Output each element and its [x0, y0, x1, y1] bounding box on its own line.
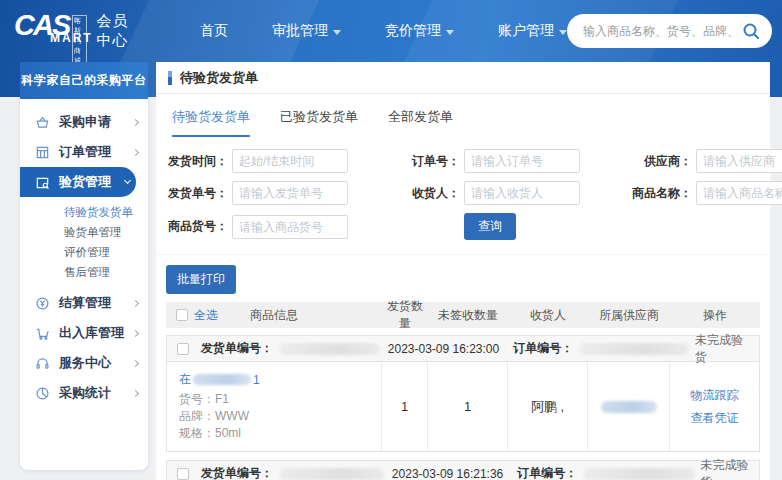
- inspection-icon: [35, 174, 51, 190]
- logistics-tracking-link[interactable]: 物流跟踪: [691, 387, 739, 404]
- logo-mark: CAS 喀斯玛商城 MART: [14, 11, 87, 51]
- filter-label: 发货单号：: [158, 185, 228, 202]
- product-sku-input[interactable]: [232, 215, 348, 239]
- shipment-no-label: 发货单编号：: [201, 465, 273, 480]
- sidebar-item-warehouse[interactable]: 出入库管理: [20, 318, 148, 348]
- sidebar-subitem-inspection-orders[interactable]: 验货单管理: [20, 222, 148, 242]
- filter-label: 发货时间：: [158, 153, 228, 170]
- batch-print-button[interactable]: 批量打印: [166, 265, 236, 294]
- filter-label: 供应商：: [622, 153, 692, 170]
- main-panel: 待验货发货单 待验货发货单 已验货发货单 全部发货单 发货时间： 订单号： 供应…: [156, 62, 770, 480]
- tab-inspected-shipments[interactable]: 已验货发货单: [280, 108, 358, 137]
- product-name-prefix: 在: [179, 371, 191, 388]
- inspection-submenu: 待验货发货单 验货单管理 评价管理 售后管理: [20, 197, 148, 288]
- shipment-no-redacted: [279, 343, 380, 355]
- unsigned-qty-cell: 1: [427, 362, 507, 451]
- title-bar-icon: [168, 71, 172, 85]
- table-header-row: 全选 商品信息 发货数量 未签收数量 收货人 所属供应商 操作: [166, 302, 760, 328]
- ship-time-input[interactable]: [232, 149, 348, 173]
- product-name-input[interactable]: [696, 181, 782, 205]
- actions-cell: 物流跟踪 查看凭证: [669, 362, 759, 451]
- sidebar-item-purchase-stats[interactable]: 采购统计: [20, 378, 148, 408]
- nav-bidding[interactable]: 竞价管理: [385, 22, 454, 40]
- statistics-icon: [35, 385, 51, 401]
- nav-account[interactable]: 账户管理: [498, 22, 567, 40]
- supplier-input[interactable]: [696, 149, 782, 173]
- sidebar-item-label: 采购申请: [59, 113, 111, 131]
- status-badge: 未完成验货: [695, 332, 749, 366]
- filter-shipment-no: 发货单号：: [158, 181, 348, 205]
- filter-product-sku: 商品货号：: [158, 215, 348, 239]
- product-name-link[interactable]: 在 1: [179, 371, 369, 388]
- filter-row-1: 发货时间： 订单号： 供应商：: [158, 149, 760, 173]
- filter-supplier: 供应商：: [622, 149, 782, 173]
- sidebar-item-label: 验货管理: [59, 173, 111, 191]
- col-supplier: 所属供应商: [588, 307, 670, 324]
- casmart-logo[interactable]: CAS 喀斯玛商城 MART 会员中心: [14, 11, 142, 51]
- supplier-name-redacted: [601, 401, 657, 413]
- sidebar-subitem-reviews[interactable]: 评价管理: [20, 242, 148, 262]
- shipment-group: 发货单编号： 2023-03-09 16:21:36 订单编号： 未完成验货 D…: [166, 460, 760, 480]
- product-brand: 品牌：WWW: [179, 408, 369, 425]
- chevron-right-icon: [132, 148, 139, 155]
- receiver-input[interactable]: [464, 181, 580, 205]
- nav-home-label: 首页: [200, 22, 228, 40]
- sidebar-item-service-center[interactable]: 服务中心: [20, 348, 148, 378]
- sidebar-item-inspection-management[interactable]: 验货管理: [20, 167, 136, 197]
- shipment-no-label: 发货单编号：: [201, 340, 273, 357]
- chevron-right-icon: [132, 329, 139, 336]
- product-sku: 货号：F1: [179, 391, 369, 408]
- search-input[interactable]: [581, 23, 740, 39]
- shipment-time: 2023-03-09 16:21:36: [392, 467, 503, 480]
- nav-approval-label: 审批管理: [272, 22, 328, 40]
- service-icon: [35, 355, 51, 371]
- search-icon[interactable]: [740, 20, 762, 42]
- nav-approval[interactable]: 审批管理: [272, 22, 341, 40]
- tab-pending-shipments[interactable]: 待验货发货单: [172, 108, 250, 137]
- order-no-input[interactable]: [464, 149, 580, 173]
- row-checkbox[interactable]: [177, 343, 189, 355]
- chevron-right-icon: [132, 389, 139, 396]
- order-no-redacted: [583, 468, 694, 480]
- sidebar-item-label: 出入库管理: [59, 324, 124, 342]
- chevron-down-icon: [124, 177, 131, 184]
- member-center-label: 会员中心: [97, 12, 143, 50]
- supplier-link[interactable]: [601, 401, 657, 413]
- filter-row-3: 商品货号： 查询: [158, 213, 760, 240]
- shipment-tabs: 待验货发货单 已验货发货单 全部发货单: [156, 94, 770, 137]
- filter-order-no: 订单号：: [390, 149, 580, 173]
- sidebar: 科学家自己的采购平台 采购申请 订单管理 验货管理 待验货发货单 验货单管理: [20, 62, 148, 470]
- row-checkbox[interactable]: [177, 468, 189, 480]
- ship-qty-cell: 1: [381, 362, 427, 451]
- chevron-right-icon: [132, 299, 139, 306]
- tab-all-shipments[interactable]: 全部发货单: [388, 108, 453, 137]
- sidebar-subitem-after-sales[interactable]: 售后管理: [20, 262, 148, 282]
- col-receiver: 收货人: [508, 307, 588, 324]
- sidebar-item-label: 结算管理: [59, 294, 111, 312]
- sidebar-title: 科学家自己的采购平台: [20, 62, 148, 99]
- shipment-group-header: 发货单编号： 2023-03-09 16:23:00 订单编号： 未完成验货: [167, 336, 759, 362]
- sidebar-item-order-management[interactable]: 订单管理: [20, 137, 148, 167]
- top-nav: 首页 审批管理 竞价管理 账户管理: [200, 22, 567, 40]
- nav-account-label: 账户管理: [498, 22, 554, 40]
- shipment-no-redacted: [279, 468, 384, 480]
- filter-label: 商品货号：: [158, 218, 228, 235]
- shipments-table: 全选 商品信息 发货数量 未签收数量 收货人 所属供应商 操作 发货单编号： 2…: [166, 302, 760, 480]
- shipment-no-input[interactable]: [232, 181, 348, 205]
- filter-row-2: 发货单号： 收货人： 商品名称：: [158, 181, 760, 205]
- sidebar-subitem-pending-shipments[interactable]: 待验货发货单: [20, 202, 148, 222]
- order-no-redacted: [579, 343, 689, 355]
- product-name-suffix: 1: [253, 373, 260, 387]
- nav-home[interactable]: 首页: [200, 22, 228, 40]
- sidebar-item-settlement[interactable]: 结算管理: [20, 288, 148, 318]
- logo-mart-text: MART: [50, 31, 93, 45]
- view-voucher-link[interactable]: 查看凭证: [691, 410, 739, 427]
- nav-bidding-label: 竞价管理: [385, 22, 441, 40]
- order-no-label: 订单编号：: [517, 465, 577, 480]
- filter-receiver: 收货人：: [390, 181, 580, 205]
- query-button[interactable]: 查询: [464, 213, 516, 240]
- filter-label: 收货人：: [390, 185, 460, 202]
- sidebar-item-purchase-request[interactable]: 采购申请: [20, 107, 148, 137]
- filter-form: 发货时间： 订单号： 供应商： 发货单号： 收货人： 商品名称：: [156, 137, 770, 255]
- page-title: 待验货发货单: [180, 69, 258, 87]
